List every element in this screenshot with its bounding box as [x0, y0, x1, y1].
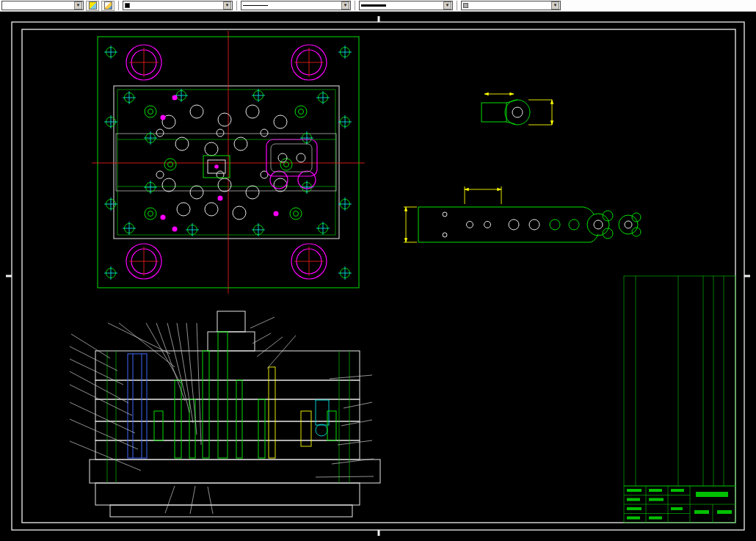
toolbar-separator — [118, 1, 119, 10]
part-detail-view — [481, 94, 552, 125]
lineweight-glyph-icon — [361, 4, 386, 7]
die-section-view — [90, 311, 380, 517]
set-layer-icon — [89, 1, 97, 10]
make-object-layer-current-button[interactable] — [86, 1, 99, 11]
layer-combo[interactable]: ▼ — [1, 1, 84, 10]
drawing-canvas-area[interactable] — [0, 12, 756, 541]
color-swatch — [125, 3, 130, 8]
chevron-down-icon[interactable]: ▼ — [551, 1, 559, 10]
layer-previous-button[interactable] — [101, 1, 115, 11]
section-callouts — [70, 317, 374, 514]
layer-previous-icon — [104, 1, 112, 10]
toolbar-separator — [236, 1, 237, 10]
color-combo[interactable]: ▼ — [123, 1, 233, 10]
chevron-down-icon[interactable]: ▼ — [443, 1, 451, 10]
linetype-glyph-icon — [243, 5, 268, 6]
linetype-combo[interactable]: ▼ — [241, 1, 351, 10]
plotstyle-swatch — [463, 3, 468, 8]
plotstyle-combo[interactable]: ▼ — [461, 1, 561, 10]
toolbar-separator — [355, 1, 355, 10]
strip-layout-view — [404, 186, 641, 242]
chevron-down-icon[interactable]: ▼ — [74, 1, 82, 10]
lineweight-combo[interactable]: ▼ — [359, 1, 453, 10]
drawing-canvas[interactable] — [0, 12, 756, 541]
object-properties-toolbar: ▼ ▼ ▼ ▼ ▼ — [0, 0, 756, 12]
title-block — [624, 486, 735, 523]
die-plan-view — [92, 31, 365, 294]
bom-table — [624, 276, 735, 486]
toolbar-separator — [457, 1, 457, 10]
chevron-down-icon[interactable]: ▼ — [223, 1, 231, 10]
chevron-down-icon[interactable]: ▼ — [341, 1, 349, 10]
